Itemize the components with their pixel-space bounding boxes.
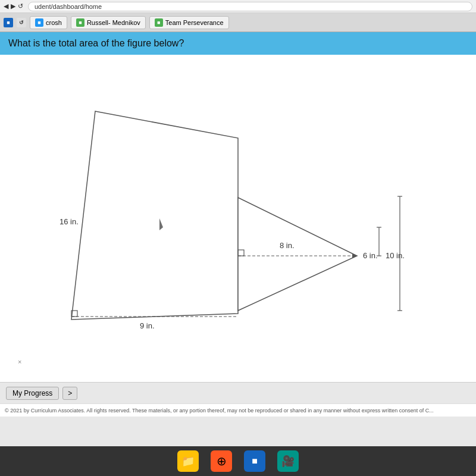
label-10in: 10 in.	[386, 251, 405, 260]
x-mark: ×	[18, 358, 21, 365]
browser-address-bar: ◀ ▶ ↺ udent/dashboard/home	[0, 0, 476, 13]
tab-crosh[interactable]: ■ crosh	[30, 16, 67, 29]
tab-label-russell: Russell- Mednikov	[87, 19, 140, 26]
taskbar-icon-chrome[interactable]: ⊕	[211, 450, 232, 472]
tab-russell[interactable]: ■ Russell- Mednikov	[71, 16, 146, 29]
left-quadrilateral	[71, 111, 238, 320]
taskbar-icon-files[interactable]: 📁	[177, 450, 199, 472]
tab-bar: ■ ↺ ■ crosh ■ Russell- Mednikov ■ Team P…	[0, 13, 476, 32]
arrow-8in	[352, 253, 357, 258]
browser-back[interactable]: ◀	[4, 2, 8, 10]
browser-forward[interactable]: ▶	[11, 2, 15, 10]
taskbar-icon-video[interactable]: 🎥	[277, 450, 299, 472]
tab-perseverance[interactable]: ■ Team Perseverance	[149, 16, 229, 29]
tab-icon-russell: ■	[76, 18, 84, 27]
label-8in: 8 in.	[280, 241, 295, 250]
copyright-text: © 2021 by Curriculum Associates. All rig…	[5, 408, 434, 414]
next-button[interactable]: >	[62, 387, 77, 400]
figure-area: 16 in. 9 in. 8 in. 6 in. 10 in. ×	[0, 55, 476, 382]
browser-reload[interactable]: ↺	[18, 2, 23, 10]
label-16in: 16 in.	[60, 217, 79, 226]
taskbar: 📁 ⊕ ■ 🎥	[0, 446, 476, 476]
label-6in: 6 in.	[363, 251, 378, 260]
copyright-bar: © 2021 by Curriculum Associates. All rig…	[0, 403, 476, 416]
label-9in: 9 in.	[140, 321, 155, 330]
right-triangle-shape	[238, 198, 357, 311]
question-text: What is the total area of the figure bel…	[8, 38, 184, 48]
tab-icon-perseverance: ■	[155, 18, 163, 27]
tab-icon-crosh: ■	[35, 18, 43, 27]
my-progress-button[interactable]: My Progress	[6, 387, 59, 400]
bottom-bar: My Progress >	[0, 382, 476, 403]
url-bar[interactable]: udent/dashboard/home	[28, 2, 472, 11]
taskbar-icon-app[interactable]: ■	[244, 450, 265, 472]
tab-label-perseverance: Team Perseverance	[165, 19, 224, 26]
browser-icon: ■	[4, 18, 13, 27]
figure-svg: 16 in. 9 in. 8 in. 6 in. 10 in. ×	[0, 55, 476, 382]
reload-icon[interactable]: ↺	[17, 18, 26, 27]
question-bar: What is the total area of the figure bel…	[0, 32, 476, 55]
tab-label-crosh: crosh	[46, 19, 62, 26]
